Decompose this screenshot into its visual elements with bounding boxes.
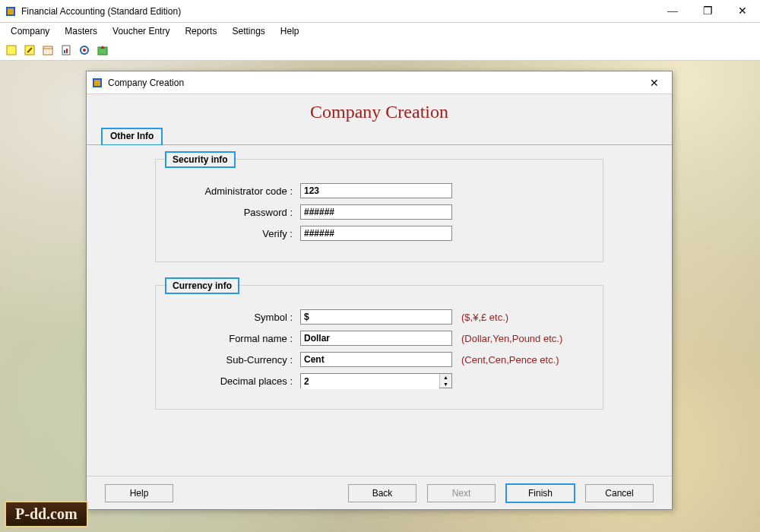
spinner-down-icon[interactable]: ▼ bbox=[440, 381, 451, 388]
toolbar-new-icon[interactable] bbox=[3, 42, 20, 59]
decimal-places-spinner[interactable]: ▲ ▼ bbox=[300, 373, 452, 388]
password-input[interactable] bbox=[300, 204, 452, 220]
main-titlebar: Financial Accounting (Standard Edition) … bbox=[0, 0, 760, 23]
symbol-hint: ($,¥,£ etc.) bbox=[461, 312, 508, 323]
formal-name-hint: (Dollar,Yen,Pound etc.) bbox=[461, 333, 562, 344]
admin-code-label: Administrator code : bbox=[171, 185, 300, 197]
svg-point-13 bbox=[83, 49, 86, 52]
toolbar-export-icon[interactable] bbox=[94, 42, 111, 59]
verify-input[interactable] bbox=[300, 226, 452, 241]
decimal-places-input[interactable] bbox=[301, 374, 439, 389]
cancel-button[interactable]: Cancel bbox=[585, 484, 654, 502]
menu-reports[interactable]: Reports bbox=[177, 24, 224, 39]
formal-name-label: Formal name : bbox=[171, 333, 300, 344]
sub-currency-hint: (Cent,Cen,Pence etc.) bbox=[461, 354, 559, 366]
svg-rect-5 bbox=[43, 46, 52, 55]
dialog-heading: Company Creation bbox=[87, 94, 672, 128]
sub-currency-label: Sub-Currency : bbox=[171, 354, 300, 366]
menu-masters[interactable]: Masters bbox=[57, 24, 105, 39]
svg-rect-17 bbox=[94, 80, 100, 86]
toolbar-report-icon[interactable] bbox=[58, 42, 74, 59]
spinner-up-icon[interactable]: ▲ bbox=[440, 374, 451, 381]
menu-company[interactable]: Company bbox=[3, 24, 57, 39]
menu-settings[interactable]: Settings bbox=[224, 24, 272, 39]
currency-legend: Currency info bbox=[165, 277, 239, 294]
next-button: Next bbox=[427, 484, 496, 502]
sub-currency-input[interactable] bbox=[300, 352, 452, 367]
back-button[interactable]: Back bbox=[348, 484, 416, 502]
admin-code-input[interactable] bbox=[300, 183, 452, 198]
svg-rect-11 bbox=[66, 49, 68, 53]
toolbar bbox=[0, 40, 760, 61]
toolbar-edit-icon[interactable] bbox=[21, 42, 38, 59]
dialog-titlebar: Company Creation ✕ bbox=[87, 71, 672, 94]
svg-rect-10 bbox=[64, 50, 65, 53]
dialog-close-button[interactable]: ✕ bbox=[637, 71, 672, 94]
app-title: Financial Accounting (Standard Edition) bbox=[21, 6, 181, 17]
svg-rect-1 bbox=[8, 8, 14, 14]
currency-info-group: Currency info Symbol : ($,¥,£ etc.) Form… bbox=[155, 285, 603, 410]
help-button[interactable]: Help bbox=[105, 484, 173, 502]
security-legend: Security info bbox=[165, 151, 236, 168]
symbol-label: Symbol : bbox=[171, 312, 300, 323]
symbol-input[interactable] bbox=[300, 309, 452, 325]
toolbar-settings-icon[interactable] bbox=[76, 42, 93, 59]
menubar: Company Masters Voucher Entry Reports Se… bbox=[0, 23, 760, 40]
password-label: Password : bbox=[171, 207, 300, 218]
dialog-title: Company Creation bbox=[108, 78, 184, 88]
watermark: P-dd.com bbox=[5, 501, 88, 527]
maximize-button[interactable]: ❐ bbox=[690, 0, 725, 23]
security-info-group: Security info Administrator code : Passw… bbox=[155, 159, 603, 262]
tab-strip: Other Info bbox=[87, 128, 672, 145]
svg-rect-2 bbox=[7, 46, 16, 55]
close-button[interactable]: ✕ bbox=[725, 0, 760, 23]
decimal-places-label: Decimal places : bbox=[171, 375, 300, 387]
toolbar-calendar-icon[interactable] bbox=[40, 42, 56, 59]
company-creation-dialog: Company Creation ✕ Company Creation Othe… bbox=[86, 71, 673, 510]
app-icon bbox=[5, 5, 17, 17]
menu-voucher-entry[interactable]: Voucher Entry bbox=[105, 24, 177, 39]
dialog-footer: Help Back Next Finish Cancel bbox=[87, 476, 672, 509]
finish-button[interactable]: Finish bbox=[506, 484, 575, 502]
dialog-icon bbox=[91, 77, 103, 89]
formal-name-input[interactable] bbox=[300, 331, 452, 346]
menu-help[interactable]: Help bbox=[273, 24, 307, 39]
verify-label: Verify : bbox=[171, 228, 300, 239]
dialog-body: Security info Administrator code : Passw… bbox=[87, 145, 672, 476]
minimize-button[interactable]: — bbox=[655, 0, 690, 23]
tab-other-info[interactable]: Other Info bbox=[102, 128, 162, 145]
